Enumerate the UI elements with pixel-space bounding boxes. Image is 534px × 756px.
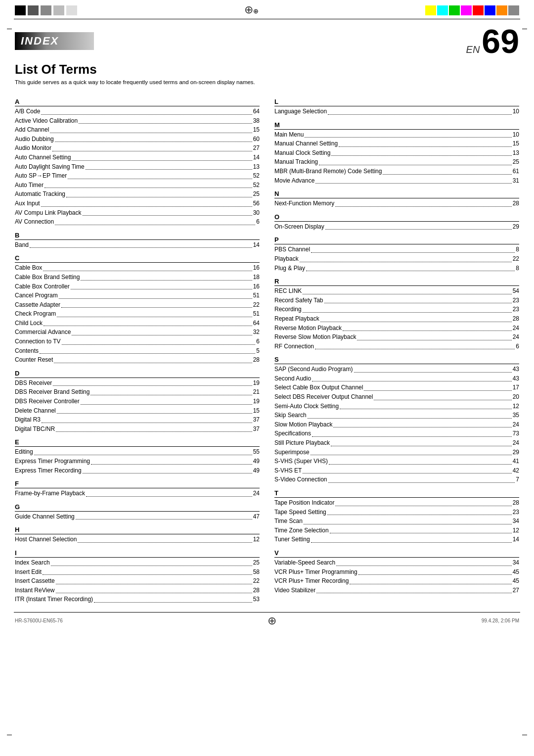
list-item: Video Stabilizer27 bbox=[274, 586, 519, 595]
entry-name: Movie Advance bbox=[274, 176, 314, 186]
entry-name: Editing bbox=[15, 447, 33, 457]
entry-page: 25 bbox=[513, 157, 519, 167]
list-item: Plug & Play8 bbox=[274, 264, 519, 273]
list-item: Editing55 bbox=[15, 447, 260, 457]
en-label: EN bbox=[466, 44, 480, 55]
index-label: INDEX bbox=[15, 32, 94, 50]
entry-dots bbox=[78, 542, 252, 543]
entry-dots bbox=[62, 344, 256, 345]
entry-name: Counter Reset bbox=[15, 355, 53, 365]
entry-dots bbox=[44, 188, 252, 188]
entry-name: Main Menu bbox=[274, 130, 304, 140]
entry-name: Reverse Slow Motion Playback bbox=[274, 332, 356, 342]
list-item: Next-Function Memory28 bbox=[274, 199, 519, 208]
section-letter-h: H bbox=[15, 526, 260, 534]
reg-marks-left bbox=[15, 5, 77, 15]
list-item: Main Menu10 bbox=[274, 130, 519, 140]
top-border-line bbox=[14, 19, 520, 19]
entry-name: Express Timer Programming bbox=[15, 457, 90, 466]
entry-name: Cable Box bbox=[15, 263, 42, 273]
entry-page: 10 bbox=[513, 107, 519, 116]
entry-dots bbox=[374, 400, 511, 400]
color-bar-green bbox=[449, 5, 460, 15]
entry-dots bbox=[30, 247, 252, 248]
entry-dots bbox=[329, 464, 512, 465]
list-item: S-Video Connection7 bbox=[274, 475, 519, 484]
entry-name: S-VHS ET bbox=[274, 466, 302, 475]
list-item: Time Zone Selection12 bbox=[274, 526, 519, 535]
entry-dots bbox=[339, 146, 512, 147]
list-item: Audio Dubbing60 bbox=[15, 135, 260, 144]
entry-dots bbox=[319, 165, 512, 165]
entry-page: 15 bbox=[253, 125, 260, 135]
color-bar-orange bbox=[496, 5, 507, 15]
bottom-bar: HR-S7600U-EN65-76 ⊕ 99.4.28, 2:06 PM bbox=[0, 613, 534, 629]
entry-dots bbox=[81, 404, 252, 405]
section-letter-f: F bbox=[15, 480, 260, 488]
entry-name: Host Channel Selection bbox=[15, 535, 77, 544]
entry-name: Active Video Calibration bbox=[15, 116, 78, 126]
list-item: Aux Input56 bbox=[15, 199, 260, 208]
entry-dots bbox=[306, 271, 515, 271]
entry-dots bbox=[383, 174, 511, 175]
entry-dots bbox=[331, 446, 512, 446]
entry-dots bbox=[311, 542, 512, 543]
color-bar-magenta bbox=[461, 5, 472, 15]
list-item: Check Program51 bbox=[15, 309, 260, 319]
list-item: Repeat Playback28 bbox=[274, 314, 519, 324]
list-item: Select Cable Box Output Channel17 bbox=[274, 383, 519, 392]
entry-dots bbox=[311, 455, 512, 455]
list-item: MBR (Multi-Brand Remote) Code Setting61 bbox=[274, 167, 519, 176]
list-item: Contents5 bbox=[15, 346, 260, 356]
entry-dots bbox=[50, 133, 252, 133]
entry-dots bbox=[328, 482, 515, 483]
entry-dots bbox=[52, 151, 252, 151]
list-item: Still Picture Playback24 bbox=[274, 438, 519, 448]
entry-dots bbox=[320, 322, 512, 322]
entry-dots bbox=[56, 593, 252, 593]
list-item: REC LINK54 bbox=[274, 286, 519, 296]
entry-page: 24 bbox=[513, 324, 519, 333]
reg-block-black bbox=[15, 5, 26, 15]
entry-page: 32 bbox=[253, 328, 260, 337]
entry-name: Tape Speed Setting bbox=[274, 508, 326, 517]
list-item: Skip Search35 bbox=[274, 411, 519, 420]
entry-dots bbox=[56, 584, 252, 584]
entry-dots bbox=[83, 215, 252, 216]
entry-page: 28 bbox=[253, 586, 260, 595]
entry-dots bbox=[336, 566, 511, 566]
entry-name: A/B Code bbox=[15, 107, 40, 116]
list-item: Audio Monitor27 bbox=[15, 143, 260, 153]
entry-name: Insert Edit bbox=[15, 567, 42, 577]
entry-name: Variable-Speed Search bbox=[274, 558, 335, 567]
entry-name: Slow Motion Playback bbox=[274, 420, 332, 429]
entry-dots bbox=[364, 390, 511, 391]
entry-dots bbox=[357, 340, 511, 340]
entry-name: Cable Box Controller bbox=[15, 282, 70, 291]
list-item: Playback22 bbox=[274, 254, 519, 264]
list-item: Manual Tracking25 bbox=[274, 157, 519, 167]
entry-name: Playback bbox=[274, 254, 299, 264]
entry-name: Contents bbox=[15, 346, 39, 356]
entry-name: Digital TBC/NR bbox=[15, 425, 55, 434]
entry-dots bbox=[340, 409, 512, 409]
page-title: List Of Terms bbox=[15, 62, 519, 77]
entry-name: Auto Daylight Saving Time bbox=[15, 162, 85, 172]
entry-dots bbox=[327, 515, 512, 515]
entry-dots bbox=[94, 602, 252, 603]
entry-name: Commercial Advance bbox=[15, 328, 71, 337]
entry-dots bbox=[358, 574, 512, 575]
entry-name: Frame-by-Frame Playback bbox=[15, 489, 85, 498]
list-item: DBS Receiver19 bbox=[15, 378, 260, 388]
color-bars-right bbox=[425, 5, 519, 15]
entry-name: MBR (Multi-Brand Remote) Code Setting bbox=[274, 167, 382, 176]
page-header: INDEX EN 69 bbox=[15, 24, 519, 58]
section-letter-r: R bbox=[274, 278, 519, 286]
list-item: Time Scan34 bbox=[274, 517, 519, 526]
list-item: VCR Plus+ Timer Recording45 bbox=[274, 576, 519, 586]
entry-dots bbox=[83, 473, 252, 473]
entry-name: REC LINK bbox=[274, 286, 302, 296]
side-mark-right bbox=[522, 29, 527, 29]
entry-dots bbox=[72, 335, 252, 335]
list-item: A/B Code64 bbox=[15, 107, 260, 116]
